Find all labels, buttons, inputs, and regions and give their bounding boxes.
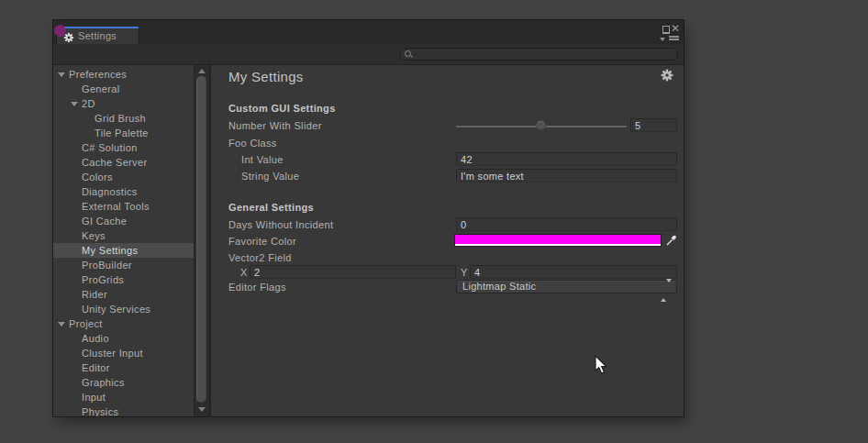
sidebar-item-my-settings[interactable]: My Settings <box>53 243 194 258</box>
sidebar-item-physics[interactable]: Physics <box>53 404 194 416</box>
sidebar-item-label: Keys <box>82 230 106 241</box>
string-value-label: String Value <box>241 169 299 183</box>
eyedropper-icon[interactable] <box>665 234 677 247</box>
sidebar-item-keys[interactable]: Keys <box>53 228 194 243</box>
gear-icon[interactable] <box>661 69 673 82</box>
settings-panel: My Settings Custom GUI Settings Number W… <box>211 65 684 416</box>
editor-flags-dropdown[interactable]: Lightmap Static <box>456 280 677 293</box>
sidebar-item-label: Unity Services <box>82 304 150 315</box>
foldout-arrow-icon[interactable] <box>71 102 78 106</box>
scroll-down-icon[interactable] <box>198 407 206 412</box>
sidebar-item-probuilder[interactable]: ProBuilder <box>53 258 194 272</box>
page-title: My Settings <box>228 69 304 84</box>
pane-dropdown-icon[interactable] <box>660 38 665 41</box>
close-icon[interactable]: ✕ <box>671 22 680 35</box>
foldout-arrow-icon[interactable] <box>58 322 65 327</box>
section-custom-gui-settings: Custom GUI Settings <box>228 101 336 116</box>
sidebar-item-label: Rider <box>82 289 107 300</box>
sidebar-item-cache-server[interactable]: Cache Server <box>53 155 194 170</box>
number-with-slider-label: Number With Slider <box>228 118 322 133</box>
content: Preferences General 2D Grid Brush Tile P… <box>53 65 684 416</box>
sidebar-item-label: ProBuilder <box>82 260 132 271</box>
sidebar-scrollbar[interactable] <box>194 65 209 416</box>
int-value-label: Int Value <box>241 152 284 167</box>
string-value-field[interactable] <box>456 169 677 183</box>
sidebar-item-project[interactable]: Project <box>53 316 194 331</box>
sidebar-item-label: Graphics <box>82 377 125 388</box>
sidebar-item-label: Diagnostics <box>82 186 138 197</box>
sidebar-item-preferences[interactable]: Preferences <box>53 67 194 82</box>
sidebar-item-csharp-solution[interactable]: C# Solution <box>53 140 194 155</box>
string-value-row: String Value <box>211 169 684 183</box>
sidebar-item-editor[interactable]: Editor <box>53 360 194 375</box>
settings-window: Settings ✕ Preferences General 2D Grid B… <box>52 19 684 417</box>
dropdown-selected-value: Lightmap Static <box>462 281 536 293</box>
sidebar-item-label: Tile Palette <box>95 127 149 138</box>
days-without-incident-label: Days Without Incident <box>228 217 333 232</box>
sidebar-item-cluster-input[interactable]: Cluster Input <box>53 346 194 360</box>
favorite-color-label: Favorite Color <box>228 234 296 249</box>
tab-settings[interactable]: Settings <box>56 27 139 44</box>
sidebar-item-label: Cache Server <box>82 157 147 168</box>
search-icon <box>405 50 413 59</box>
sidebar-item-label: ProGrids <box>82 274 124 285</box>
x-field[interactable] <box>250 265 456 279</box>
sidebar-item-general[interactable]: General <box>53 82 194 96</box>
x-label: X <box>240 265 248 280</box>
section-general-settings: General Settings <box>228 200 314 215</box>
y-field[interactable] <box>470 265 677 279</box>
search-input[interactable] <box>415 49 672 61</box>
sidebar-item-label: Colors <box>82 172 113 183</box>
vector2-field-row: Vector2 Field <box>211 250 684 265</box>
sidebar-item-progrids[interactable]: ProGrids <box>53 272 194 287</box>
editor-flags-label: Editor Flags <box>228 280 286 294</box>
sidebar-item-external-tools[interactable]: External Tools <box>53 199 194 214</box>
sidebar-item-diagnostics[interactable]: Diagnostics <box>53 184 194 199</box>
maximize-icon[interactable] <box>662 26 670 34</box>
sidebar-item-label: Editor <box>82 362 110 373</box>
sidebar-item-label: General <box>82 83 120 94</box>
slider-value-field[interactable] <box>630 118 677 132</box>
vector2-field-label: Vector2 Field <box>228 250 292 265</box>
sidebar-item-colors[interactable]: Colors <box>53 170 194 184</box>
sidebar-item-label: Grid Brush <box>95 113 146 124</box>
sidebar-item-unity-services[interactable]: Unity Services <box>53 302 194 316</box>
y-label: Y <box>461 265 468 280</box>
alpha-bar <box>455 244 661 246</box>
days-without-incident-field[interactable] <box>456 217 677 231</box>
sidebar-item-label: Preferences <box>69 69 127 80</box>
editor-flags-row: Editor Flags Lightmap Static <box>211 280 684 294</box>
toolbar <box>53 44 684 65</box>
sidebar-item-label: C# Solution <box>82 142 138 153</box>
sidebar-item-tile-palette[interactable]: Tile Palette <box>53 126 194 140</box>
int-value-row: Int Value <box>211 152 684 167</box>
sidebar-item-label: Audio <box>82 333 109 344</box>
sidebar-item-grid-brush[interactable]: Grid Brush <box>53 111 194 126</box>
scrollbar-thumb[interactable] <box>196 76 206 403</box>
sidebar-item-2d[interactable]: 2D <box>53 96 194 111</box>
sidebar-item-label: GI Cache <box>82 216 127 227</box>
sidebar-item-audio[interactable]: Audio <box>53 331 194 346</box>
favorite-color-swatch[interactable] <box>454 234 662 247</box>
sidebar-item-label: Physics <box>82 406 118 416</box>
slider-knob[interactable] <box>536 120 546 130</box>
search-box[interactable] <box>399 48 678 61</box>
sidebar-item-gi-cache[interactable]: GI Cache <box>53 214 194 228</box>
scroll-up-icon[interactable] <box>198 69 206 73</box>
sidebar-item-label: Cluster Input <box>82 348 143 359</box>
foldout-arrow-icon[interactable] <box>58 72 65 77</box>
favorite-color-row: Favorite Color <box>211 234 684 249</box>
int-value-field[interactable] <box>456 152 677 166</box>
sidebar-item-label: Input <box>82 392 106 403</box>
sidebar-item-label: Project <box>69 318 103 329</box>
days-without-incident-row: Days Without Incident <box>211 217 684 232</box>
sidebar-item-input[interactable]: Input <box>53 390 194 404</box>
vector2-xy-row: X Y <box>211 265 684 280</box>
sidebar-item-graphics[interactable]: Graphics <box>53 375 194 390</box>
sidebar-item-label: 2D <box>82 98 95 109</box>
tab-title: Settings <box>78 29 117 43</box>
title-bar: Settings ✕ <box>53 20 684 45</box>
sidebar-item-rider[interactable]: Rider <box>53 287 194 302</box>
number-with-slider-row: Number With Slider <box>211 118 684 133</box>
dropdown-arrows-icon <box>661 282 672 299</box>
